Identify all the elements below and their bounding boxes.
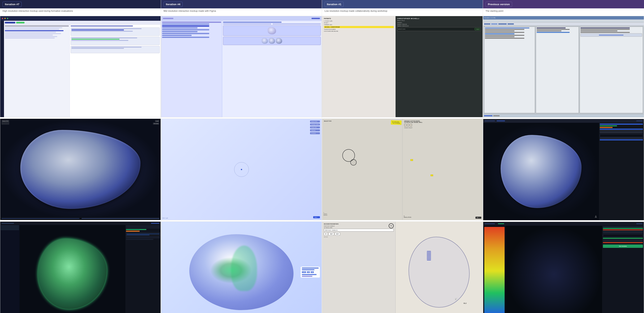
subtitle-iteration-7: High resolution interactive mockup used … [0, 8, 161, 16]
badge-iteration-7: Iteration #7 [2, 2, 22, 7]
column-previous: Previous version The starting point Simu… [483, 0, 644, 313]
screen-paper-mockup[interactable]: SELECT ROI BY MOVINGTHE SPHERE 2CHECK3D/… [322, 119, 483, 220]
subtitle-iteration-1: Low resolution mockup made collaborative… [322, 8, 483, 16]
screen-paper-sim[interactable]: BUCHHM PARAMETERS FD FD3 FLEX SHIELD 3.5… [322, 221, 483, 313]
main-grid: Iteration #7 High resolution interactive… [0, 0, 644, 313]
badge-iteration-4: Iteration #4 [164, 2, 182, 7]
column-iteration-4: Iteration #4 Mid resolution interactive … [161, 0, 322, 313]
badge-previous: Previous version [486, 2, 512, 7]
column-iteration-7: Iteration #7 High resolution interactive… [0, 0, 161, 313]
screen-3d-vessel-blue[interactable]: Select ROI Change value Check 3D Validat… [161, 119, 322, 220]
screen-old-software[interactable]: Simulation 1.0.3.49a [483, 16, 644, 118]
column-iteration-1: Iteration #1 Low resolution mockup made … [322, 0, 483, 313]
screen-sketch-whiteboard[interactable]: PATIENTS ▷ Ancien Lydie STUDY ↑ TURNER J… [322, 16, 483, 117]
screen-sim-dark[interactable]: EXPORT ▶ [0, 221, 161, 313]
badge-iteration-1: Iteration #1 [324, 2, 344, 7]
screen-sim-blue[interactable]: 4.25 18 50 Export → Displayed simulation [161, 221, 322, 313]
header-previous: Previous version [483, 0, 644, 8]
header-iteration-1: Iteration #1 [322, 0, 483, 8]
screen-patients-figma[interactable] [161, 16, 322, 117]
screen-patients-dark[interactable] [0, 16, 161, 117]
header-iteration-4: Iteration #4 [161, 0, 322, 8]
header-iteration-7: Iteration #7 [0, 0, 161, 8]
screen-3d-vessel-dark[interactable]: Select ROI Load Simulate [0, 119, 161, 220]
screen-dark-3d-old[interactable]: ♟ [483, 119, 644, 220]
subtitle-previous: The starting point [483, 8, 644, 16]
screen-dark-sim-colormap[interactable]: E.M. Good Low No ♟ [483, 222, 644, 313]
subtitle-iteration-4: Mid resolution interactive mockup made w… [161, 8, 322, 16]
